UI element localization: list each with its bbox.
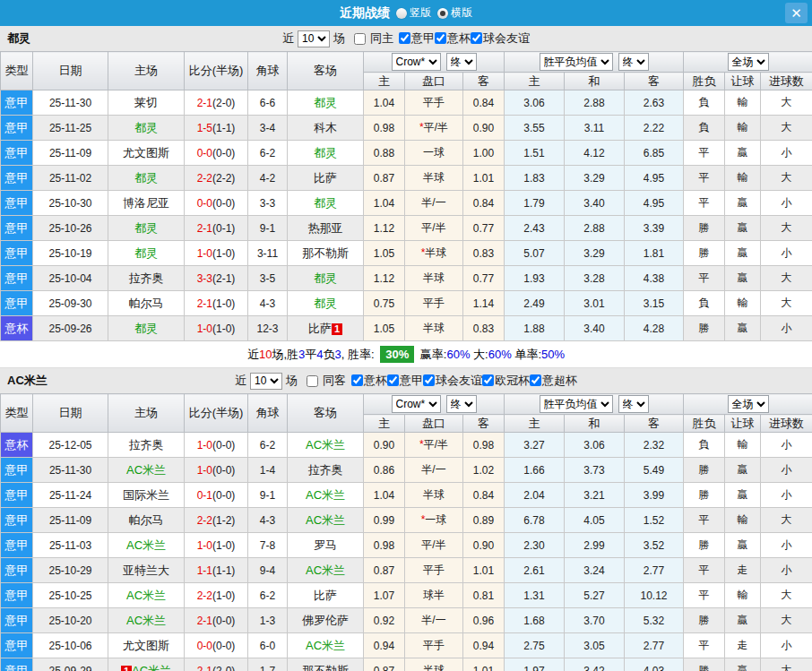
horizontal-layout-radio[interactable]: 横版	[437, 5, 472, 21]
rank-badge: 1	[332, 323, 342, 335]
col-type: 类型	[1, 52, 33, 90]
corner-score: 3-4	[248, 116, 288, 141]
match-row: 意甲 25-11-03 AC米兰 1-0(1-0) 7-8 罗马 0.98 平/…	[1, 533, 812, 558]
odds-handicap-value: 球半	[405, 583, 463, 608]
summary-segment: 大:	[471, 348, 488, 361]
result-wdl: 勝	[684, 216, 725, 241]
away-team: 都灵	[288, 141, 364, 166]
mean-away-value: 4.95	[625, 191, 684, 216]
result-goals: 大	[761, 266, 812, 291]
col-home: 主场	[108, 52, 185, 90]
team-label: 罗马	[314, 538, 337, 552]
odds-away-value: 0.94	[463, 633, 505, 658]
same-venue-input[interactable]	[307, 375, 318, 387]
league-checkbox-input[interactable]	[399, 32, 410, 44]
away-team: AC米兰	[288, 483, 364, 508]
mean-source-select[interactable]: 胜平负均值	[540, 53, 613, 71]
league-checkbox-input[interactable]	[423, 374, 435, 386]
summary-segment: 平	[305, 348, 316, 361]
match-score: 2-1(2-0)	[185, 90, 248, 116]
home-team: 都灵	[108, 216, 185, 241]
summary-segment: 近	[247, 348, 259, 361]
result-handicap: 走	[725, 558, 761, 583]
match-date: 25-10-25	[33, 583, 108, 608]
mean-draw-value: 2.99	[565, 533, 625, 558]
match-date: 25-11-25	[33, 116, 108, 141]
result-handicap: 輸	[725, 508, 761, 533]
mean-away-value: 3.99	[625, 483, 684, 508]
result-handicap: 贏	[725, 608, 761, 633]
team-label: 那不勒斯	[302, 246, 349, 260]
corner-score: 9-4	[248, 558, 288, 583]
match-type-badge: 意甲	[1, 458, 33, 483]
fulltime-score: 2-1	[197, 665, 212, 671]
league-checkbox-input[interactable]	[471, 32, 482, 44]
league-checkbox-input[interactable]	[530, 374, 541, 386]
result-handicap: 輸	[725, 116, 761, 141]
mean-home-value: 2.49	[505, 291, 565, 316]
league-checkbox-input[interactable]	[482, 374, 494, 386]
league-checkbox-欧冠杯[interactable]: 欧冠杯	[482, 373, 530, 389]
match-score: 1-0(1-0)	[185, 316, 248, 341]
mean-home-value: 2.30	[505, 533, 565, 558]
odds-away-value: 0.84	[463, 483, 505, 508]
same-venue-input[interactable]	[354, 33, 366, 45]
odds-source-select[interactable]: Crow*	[392, 53, 441, 71]
dialog-title: 近期战绩	[340, 5, 390, 22]
fulltime-score: 3-3	[197, 272, 212, 285]
league-checkbox-球会友谊[interactable]: 球会友谊	[471, 30, 530, 47]
period-select[interactable]: 全场	[728, 53, 769, 71]
close-button[interactable]: ✕	[785, 3, 808, 23]
away-team: 比萨1	[288, 316, 364, 341]
result-wdl: 負	[684, 116, 725, 141]
home-team: 1AC米兰	[108, 658, 185, 671]
league-checkbox-意杯[interactable]: 意杯	[435, 30, 471, 47]
match-count-select[interactable]: 10	[298, 30, 330, 47]
league-checkbox-input[interactable]	[351, 374, 363, 386]
league-checkbox-意甲[interactable]: 意甲	[387, 373, 423, 389]
mean-final-select[interactable]: 终	[618, 395, 649, 413]
same-venue-checkbox[interactable]: 同客	[307, 373, 346, 389]
corner-score: 6-2	[248, 141, 288, 166]
match-row: 意甲 25-11-02 都灵 2-2(2-2) 4-2 比萨 0.87 半球 1…	[1, 166, 812, 191]
match-count-select[interactable]: 10	[250, 373, 282, 390]
away-team: AC米兰	[288, 433, 364, 458]
odds-final-select[interactable]: 终	[446, 53, 477, 71]
league-checkbox-球会友谊[interactable]: 球会友谊	[423, 373, 482, 389]
period-select[interactable]: 全场	[728, 395, 769, 413]
halftime-score: (1-0)	[212, 323, 235, 335]
result-group-header: 全场	[684, 52, 812, 73]
same-venue-checkbox[interactable]: 同主	[354, 30, 393, 47]
mean-home-value: 1.66	[505, 458, 565, 483]
mean-final-select[interactable]: 终	[618, 53, 649, 71]
games-label: 场	[333, 30, 345, 47]
result-goals: 小	[761, 141, 812, 166]
halftime-score: (1-1)	[212, 564, 235, 577]
mean-home-value: 1.83	[505, 166, 565, 191]
match-date: 25-11-30	[33, 90, 108, 116]
vertical-layout-radio[interactable]: 竖版	[396, 5, 431, 21]
odds-handicap-value: 平手	[405, 90, 463, 116]
col-odds-home: 主	[364, 73, 405, 90]
result-goals: 大	[761, 583, 812, 608]
mean-draw-value: 5.27	[565, 583, 625, 608]
league-checkbox-意甲[interactable]: 意甲	[399, 30, 435, 47]
match-type-badge: 意甲	[1, 116, 33, 141]
match-date: 25-11-30	[33, 458, 108, 483]
odds-away-value: 1.01	[463, 558, 505, 583]
league-checkbox-意超杯[interactable]: 意超杯	[530, 373, 577, 389]
odds-home-value: 0.98	[364, 533, 405, 558]
league-checkbox-意杯[interactable]: 意杯	[351, 373, 387, 389]
odds-source-select[interactable]: Crow*	[392, 395, 441, 413]
league-checkbox-label: 意超杯	[542, 373, 577, 389]
fulltime-score: 2-1	[197, 222, 212, 235]
league-checkbox-input[interactable]	[387, 374, 399, 386]
league-checkbox-input[interactable]	[435, 32, 446, 44]
mean-source-select[interactable]: 胜平负均值	[540, 395, 613, 413]
halftime-score: (1-0)	[212, 539, 235, 552]
odds-handicap-value: 半球	[405, 658, 463, 671]
team-label: 博洛尼亚	[123, 196, 169, 210]
odds-final-select[interactable]: 终	[446, 395, 477, 413]
matches-table: 类型 日期 主场 比分(半场) 角球 客场 Crow*终 胜平负均值终 全场	[0, 393, 812, 671]
section-bar: 都灵 近 10 场 同主 意甲意杯球会友谊	[0, 26, 812, 51]
